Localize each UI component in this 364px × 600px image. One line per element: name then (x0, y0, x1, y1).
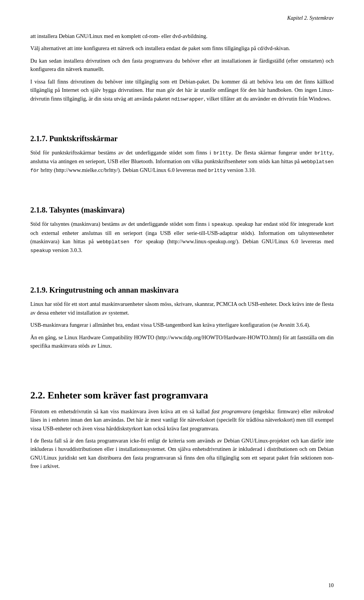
intro-paragraph-1: att installera Debian GNU/Linux med en k… (30, 32, 334, 40)
section-22-paragraph-1: Förutom en enhetsdrivrutin så kan viss m… (30, 407, 334, 433)
intro-paragraph-4: I vissa fall finns drivrutinen du behöve… (30, 77, 334, 103)
intro-paragraph-2: Välj alternativet att inte konfigurera e… (30, 44, 334, 52)
mikrokod-italic: mikrokod (313, 408, 334, 414)
page-header: Kapitel 2. Systemkrav (30, 15, 334, 24)
section-219-paragraph-3: Än en gång, se Linux Hardware Compatibil… (30, 333, 334, 350)
section-2-1-9: 2.1.9. Kringutrustning och annan maskinv… (30, 286, 334, 350)
section-217-heading: 2.1.7. Punktskriftsskärmar (30, 134, 334, 143)
section-217-paragraph-1: Stöd för punktskriftsskärmar bestäms av … (30, 148, 334, 175)
speakup-code-1: speakup (212, 222, 232, 227)
brltty-code-3: brltty (208, 168, 226, 173)
brltty-code-1: brltty (213, 150, 231, 156)
section-219-paragraph-1: Linux har stöd för ett stort antal maski… (30, 300, 334, 317)
intro-paragraph-3: Du kan sedan installera drivrutinen och … (30, 57, 334, 74)
section-2-1-7: 2.1.7. Punktskriftsskärmar Stöd för punk… (30, 134, 334, 175)
section-219-heading: 2.1.9. Kringutrustning och annan maskinv… (30, 286, 334, 294)
page: Kapitel 2. Systemkrav att installera Deb… (0, 0, 364, 600)
section-218-heading: 2.1.8. Talsyntes (maskinvara) (30, 206, 334, 214)
section-218-paragraph-1: Stöd för talsyntes (maskinvara) bestäms … (30, 220, 334, 255)
section-2-2: 2.2. Enheter som kräver fast programvara… (30, 390, 334, 471)
ndiswrapper-code: ndiswrapper (171, 96, 204, 102)
webbplatsen-code-1: webbplatsen för (30, 159, 334, 173)
page-number: 10 (328, 583, 334, 589)
webbplatsen-code-2: webbplatsen för (97, 239, 143, 245)
speakup-code-2: speakup (30, 248, 51, 254)
section-219-paragraph-2: USB-maskinvara fungerar i allmänhet bra,… (30, 321, 334, 329)
fast-programvara-italic: fast programvara (212, 408, 251, 414)
section-2-1-8: 2.1.8. Talsyntes (maskinvara) Stöd för t… (30, 206, 334, 255)
chapter-title: Kapitel 2. Systemkrav (287, 15, 334, 21)
section-22-heading: 2.2. Enheter som kräver fast programvara (30, 390, 334, 401)
brltty-code-2: brltty (315, 150, 333, 156)
section-22-paragraph-2: I de flesta fall så är den fasta program… (30, 436, 334, 471)
